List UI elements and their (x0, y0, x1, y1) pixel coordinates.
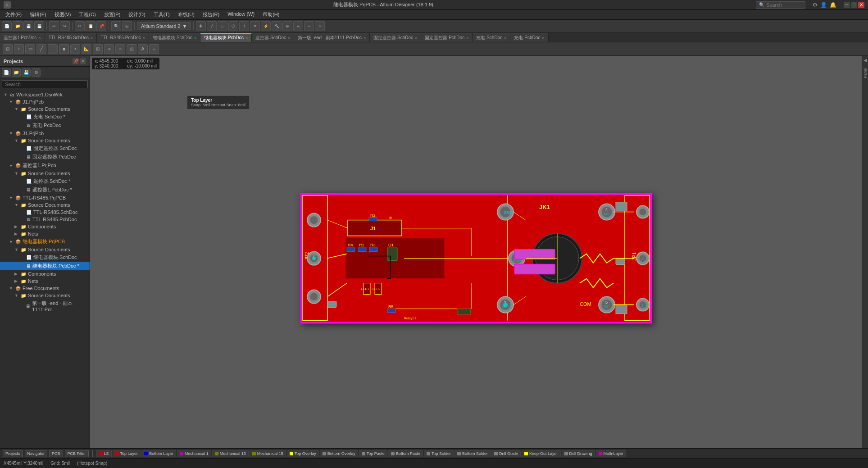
tree-item-0[interactable]: ▼🗂Workspace1.DsnWrk (0, 91, 90, 98)
menu-item-d[interactable]: 设计(D) (125, 10, 149, 19)
layer-btn-bottom-overlay[interactable]: Bottom Overlay (320, 450, 358, 457)
tree-item-3[interactable]: 📃充电.SchDoc * (0, 113, 90, 121)
new-btn[interactable]: 📄 (2, 21, 12, 31)
pcb-tab[interactable]: PCB (49, 450, 63, 457)
tree-item-1[interactable]: ▼📦J1.PrjPcb (0, 98, 90, 105)
tree-item-5[interactable]: ▼📦J1.PrjPcb (0, 130, 90, 137)
tab-6[interactable]: 第一版 -end - 副本1111.PcbDoc× (294, 33, 370, 42)
layer-btn-top-layer[interactable]: Top Layer (113, 450, 141, 457)
cross-btn[interactable]: ✚ (196, 21, 206, 31)
tab-close-0[interactable]: × (38, 36, 41, 40)
comp-btn[interactable]: 🔧 (272, 21, 282, 31)
tree-item-24[interactable]: ▶📁Nets (0, 277, 90, 285)
fit-btn[interactable]: ⊞ (122, 21, 132, 31)
layer-btn-bottom-solder[interactable]: Bottom Solder (454, 450, 491, 457)
tree-item-4[interactable]: 🖥充电.PcbDoc (0, 121, 90, 130)
tab-close-5[interactable]: × (288, 36, 290, 40)
tree-item-12[interactable]: 🖥遥控器1.PcbDoc * (0, 186, 90, 194)
open-btn[interactable]: 📁 (13, 21, 23, 31)
layer-btn-top-paste[interactable]: Top Paste (359, 450, 387, 457)
layer-btn-drill-drawing[interactable]: Drill Drawing (562, 450, 595, 457)
open-project-btn[interactable]: 📁 (12, 68, 21, 77)
undo-btn[interactable]: ↩ (49, 21, 59, 31)
projects-tab[interactable]: Projects (3, 450, 23, 457)
tree-item-27[interactable]: 🖥第一版 -end - 副本1111.Pct (0, 299, 90, 313)
via-btn[interactable]: ○ (115, 44, 125, 54)
tree-item-16[interactable]: 🖥TTL-RS485.PcbDoc (0, 216, 90, 223)
tab-close-9[interactable]: × (504, 36, 506, 40)
tab-8[interactable]: 固定遥控器.PcbDoc× (421, 33, 473, 42)
dim-btn[interactable]: ↔ (304, 21, 314, 31)
poly-btn[interactable]: ⬡ (228, 21, 238, 31)
layer-btn-top-solder[interactable]: Top Solder (424, 450, 454, 457)
layer-btn-bottom-layer[interactable]: Bottom Layer (141, 450, 176, 457)
copy-btn[interactable]: 📋 (86, 21, 95, 31)
tab-5[interactable]: 遥控器.SchDoc× (252, 33, 294, 42)
panel-pin-btn[interactable]: 📌 (73, 58, 79, 64)
tree-item-10[interactable]: ▼📁Source Documents (0, 170, 90, 177)
tree-item-7[interactable]: 📃固定遥控器.SchDoc (0, 144, 90, 153)
canvas-area[interactable]: Top Layer Snap: 5mil Hotspot Snap: 8mil … (90, 56, 862, 448)
paste-btn[interactable]: 📌 (96, 21, 106, 31)
layer-btn-multi-layer[interactable]: Multi-Layer (596, 450, 627, 457)
tree-item-6[interactable]: ▼📁Source Documents (0, 137, 90, 144)
menu-item-windoww[interactable]: Window (W) (224, 10, 258, 19)
tab-1[interactable]: TTL-RS485.SchDoc× (45, 33, 97, 42)
tree-item-11[interactable]: 📃遥控器.SchDoc * (0, 177, 90, 186)
menu-item-u[interactable]: 布线(U) (174, 10, 198, 19)
tab-close-2[interactable]: × (143, 36, 145, 40)
tree-item-23[interactable]: ▶📁Components (0, 270, 90, 277)
select-btn[interactable]: ▭ (25, 44, 35, 54)
tree-item-13[interactable]: ▼📦TTL-RS485.PrjPCB (0, 194, 90, 201)
tree-item-17[interactable]: ▶📁Components (0, 223, 90, 230)
maximize-button[interactable]: □ (851, 2, 857, 8)
line-tool-btn[interactable]: ╱ (36, 44, 46, 54)
project-search-box[interactable] (2, 80, 88, 88)
layer-btn-mechanical-1[interactable]: Mechanical 1 (177, 450, 211, 457)
tab-close-4[interactable]: × (245, 36, 248, 40)
title-search-box[interactable]: 🔍 (756, 1, 805, 9)
arc-btn[interactable]: ⌒ (48, 44, 58, 54)
save-btn[interactable]: 💾 (23, 21, 33, 31)
tab-4[interactable]: 继电器模块.PcbDoc× (200, 33, 252, 42)
tab-close-3[interactable]: × (194, 36, 196, 40)
tree-item-26[interactable]: ▼📁Source Documents (0, 292, 90, 299)
comp-tool-btn[interactable]: ⊞ (93, 44, 103, 54)
settings-icon[interactable]: ⚙ (813, 2, 818, 8)
notification-icon[interactable]: 🔔 (830, 2, 836, 8)
navigator-tab[interactable]: Navigator (25, 450, 48, 457)
menu-item-r[interactable]: 报告(R) (199, 10, 223, 19)
tab-7[interactable]: 固定遥控器.SchDoc× (370, 33, 421, 42)
menu-item-e[interactable]: 编辑(E) (26, 10, 50, 19)
bus-btn[interactable]: ≡ (250, 21, 260, 31)
wire-btn[interactable]: ⌇ (239, 21, 249, 31)
dim-tool-btn[interactable]: ↔ (149, 44, 159, 54)
tree-item-9[interactable]: ▼📦遥控器1.PrjPcb (0, 161, 90, 170)
point-btn[interactable]: • (70, 44, 80, 54)
tab-close-1[interactable]: × (91, 36, 93, 40)
menu-item-p[interactable]: 放置(P) (100, 10, 124, 19)
filter-btn[interactable]: ⊟ (3, 44, 13, 54)
tree-item-18[interactable]: ▶📁Nets (0, 230, 90, 237)
tree-item-15[interactable]: 📃TTL-RS485.SchDoc (0, 209, 90, 216)
layer-btn-top-overlay[interactable]: Top Overlay (287, 450, 319, 457)
layer-btn-mechanical-13[interactable]: Mechanical 13 (212, 450, 249, 457)
pad-btn[interactable]: ◎ (127, 44, 136, 54)
tab-10[interactable]: 充电.PcbDoc× (510, 33, 548, 42)
tree-item-14[interactable]: ▼📁Source Documents (0, 201, 90, 209)
place-btn[interactable]: ⊕ (282, 21, 292, 31)
menu-item-c[interactable]: 工程(C) (75, 10, 99, 19)
menu-item-f[interactable]: 文件(F) (2, 10, 25, 19)
tree-item-21[interactable]: 📃继电器模块.SchDoc (0, 253, 90, 262)
menu-item-t[interactable]: 工具(T) (150, 10, 173, 19)
drill-btn[interactable]: ○ (315, 21, 325, 31)
zoom-btn[interactable]: 🔍 (111, 21, 121, 31)
minimize-button[interactable]: ─ (844, 2, 850, 8)
tab-close-10[interactable]: × (542, 36, 544, 40)
menu-item-v[interactable]: 视图(V) (51, 10, 75, 19)
layer-btn-bottom-paste[interactable]: Bottom Paste (388, 450, 423, 457)
tab-9[interactable]: 充电.SchDoc× (473, 33, 510, 42)
line-btn[interactable]: ╱ (207, 21, 217, 31)
save-project-btn[interactable]: 💾 (22, 68, 31, 77)
right-panel-arrow-up[interactable]: ◀ (863, 58, 867, 63)
